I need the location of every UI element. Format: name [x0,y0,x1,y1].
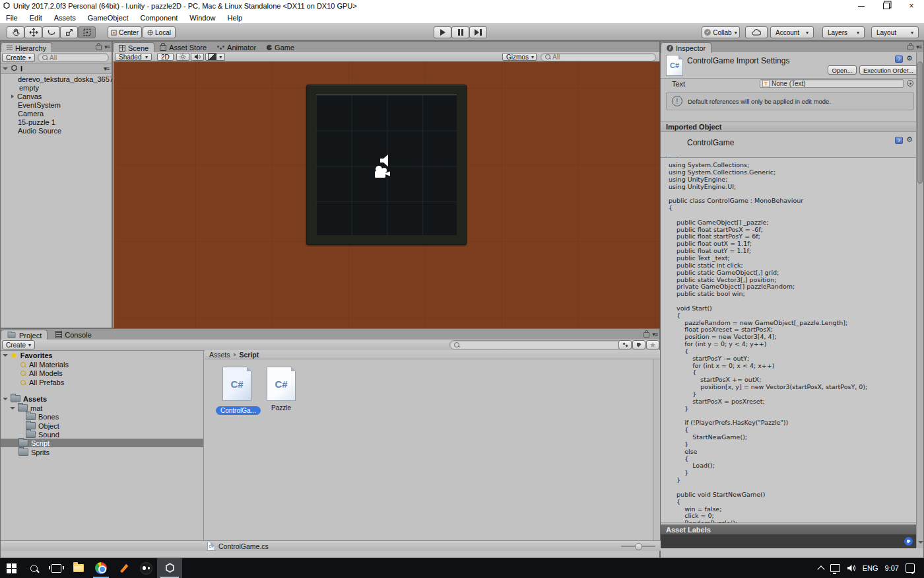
space-toggle-button[interactable]: Local [143,26,176,38]
pause-button[interactable] [451,26,469,38]
taskbar-search-button[interactable] [22,558,45,578]
tag-icon[interactable] [904,537,913,546]
chrome-button[interactable] [90,558,112,578]
thumbnail-size-slider[interactable] [621,546,655,547]
menu-assets[interactable]: Assets [48,14,82,22]
layers-dropdown[interactable]: Layers [822,26,865,38]
editor-app-button[interactable] [112,558,135,578]
content-scrollbar[interactable] [653,359,660,540]
cloud-button[interactable] [745,26,768,38]
rect-tool-button[interactable] [78,26,96,38]
lighting-toggle-button[interactable] [176,53,189,61]
camera-gizmo-icon[interactable] [372,164,392,181]
play-button[interactable] [434,26,451,38]
minimize-button[interactable] [850,0,873,12]
search-by-type-button[interactable] [618,340,632,349]
hierarchy-item[interactable]: Audio Source [1,126,112,135]
object-picker-icon[interactable] [907,80,913,87]
open-script-button[interactable]: Open... [828,65,857,75]
file-explorer-button[interactable] [67,558,90,578]
hierarchy-item[interactable]: Canvas [1,92,112,100]
rotate-tool-button[interactable] [42,26,60,38]
start-button[interactable] [0,558,22,578]
hierarchy-item[interactable]: empty [1,83,112,92]
asset-item[interactable]: C# Pazzle [260,367,302,427]
hierarchy-item[interactable]: EventSystem [1,100,112,109]
panel-menu-icon[interactable] [916,44,921,50]
asset-labels-header[interactable]: Asset Labels [661,524,918,534]
folder-row[interactable]: Sprits [1,448,203,456]
folder-row[interactable]: mat [1,404,203,412]
scrollbar-thumb[interactable] [917,61,923,184]
text-object-field[interactable]: T None (Text) [760,79,904,88]
lock-icon[interactable] [908,45,913,50]
audio-toggle-button[interactable] [191,53,204,61]
help-icon[interactable]: ? [895,137,903,144]
assets-root-row[interactable]: Assets [1,394,203,403]
volume-icon[interactable] [847,564,856,572]
breadcrumb-current[interactable]: Script [240,351,259,359]
hierarchy-scene-row[interactable]: I [1,63,112,74]
panel-menu-icon[interactable] [652,331,657,338]
restore-button[interactable] [875,0,898,12]
folder-row[interactable]: Object [1,421,203,430]
menu-file[interactable]: File [0,14,24,22]
menu-help[interactable]: Help [221,14,248,22]
unity-task-button[interactable] [157,558,182,578]
hierarchy-item[interactable]: Camera [1,109,112,118]
inspector-scrollbar[interactable] [916,52,923,548]
tray-expand-icon[interactable] [817,565,824,573]
menu-window[interactable]: Window [183,14,221,22]
tab-inspector[interactable]: i Inspector [661,42,711,53]
lock-icon[interactable] [644,332,649,338]
folder-row-selected[interactable]: Script [1,439,203,447]
favorite-item[interactable]: All Materials [1,360,203,369]
tab-project[interactable]: Project [1,330,48,340]
foldout-icon[interactable] [3,67,8,70]
gizmos-dropdown[interactable]: Gizmos [502,53,537,61]
monodevelop-button[interactable] [135,558,157,578]
tab-animator[interactable]: Animator [212,42,261,52]
scene-search-input[interactable]: All [541,53,656,61]
expand-icon[interactable] [11,94,14,98]
layout-dropdown[interactable]: Layout [871,26,919,38]
tab-console[interactable]: Console [50,330,96,340]
favorite-item[interactable]: All Prefabs [1,378,203,386]
scene-canvas[interactable] [114,61,660,328]
menu-component[interactable]: Component [134,14,183,22]
tab-scene[interactable]: Scene [113,42,154,53]
execution-order-button[interactable]: Execution Order... [859,65,917,75]
lock-icon[interactable] [96,45,102,50]
favorite-item[interactable]: All Models [1,369,203,377]
hand-tool-button[interactable] [7,26,24,38]
scroll-down-icon[interactable] [918,534,923,546]
shading-dropdown[interactable]: Shaded [115,53,152,61]
breadcrumb-assets[interactable]: Assets [209,351,230,359]
panel-menu-icon[interactable] [104,44,110,50]
project-create-button[interactable]: Create [2,340,35,349]
network-icon[interactable] [830,564,840,572]
close-button[interactable]: × [900,0,923,12]
hierarchy-item[interactable]: derevo_tekstura_doska_3657 [1,75,112,83]
gear-icon[interactable]: ⚙ [906,55,913,62]
tab-asset-store[interactable]: Asset Store [154,42,212,52]
move-tool-button[interactable] [24,26,42,38]
scene-menu-icon[interactable] [104,65,109,72]
pivot-toggle-button[interactable]: Center [108,26,142,38]
gear-icon[interactable]: ⚙ [906,136,913,143]
help-icon[interactable]: ? [895,55,903,63]
account-dropdown[interactable]: Account [770,26,814,38]
tab-game[interactable]: Game [261,42,300,52]
scale-tool-button[interactable] [60,26,78,38]
slider-knob[interactable] [635,543,642,550]
collab-button[interactable]: ✓Collab [702,26,740,38]
folder-row[interactable]: Bones [1,412,203,421]
hierarchy-item[interactable]: 15-puzzle 1 [1,118,112,126]
task-view-button[interactable] [45,558,67,578]
step-button[interactable] [469,26,487,38]
language-indicator[interactable]: ENG [863,564,878,572]
hierarchy-create-button[interactable]: Create [2,53,35,62]
folder-row[interactable]: Sound [1,430,203,439]
effects-dropdown[interactable] [205,53,225,61]
2d-toggle-button[interactable]: 2D [157,53,174,61]
